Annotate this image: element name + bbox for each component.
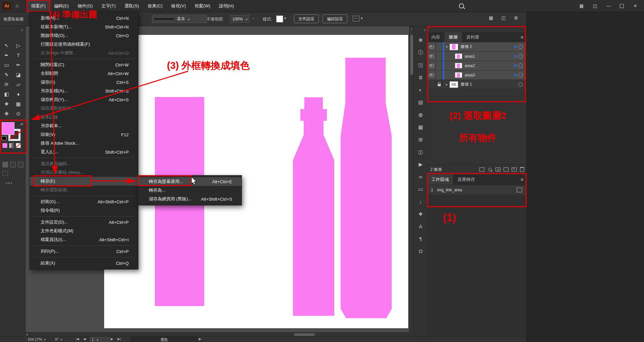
- menubar-item[interactable]: 效果(C): [143, 0, 167, 12]
- file-menu-item[interactable]: [30, 244, 138, 247]
- file-menu-item[interactable]: [30, 256, 138, 259]
- vertical-scrollbar[interactable]: [409, 26, 414, 332]
- opacity-icon[interactable]: ◐: [414, 84, 427, 96]
- zoom-tool[interactable]: ⊙: [12, 109, 24, 118]
- panel-tab[interactable]: 資產轉存: [453, 175, 479, 185]
- rotate-tool[interactable]: ⟳: [1, 80, 12, 89]
- visibility-toggle[interactable]: [427, 52, 436, 61]
- eraser-tool[interactable]: ◪: [12, 70, 24, 80]
- file-menu-item[interactable]: 轉存(E): [30, 177, 138, 186]
- edit-toolbar-icon[interactable]: [6, 181, 13, 185]
- delete-layer-icon[interactable]: [518, 167, 526, 172]
- pen-tool[interactable]: ✒: [1, 50, 12, 60]
- lock-toggle[interactable]: [436, 42, 442, 51]
- menubar-item[interactable]: 視窗(W): [190, 0, 215, 12]
- hand-tool[interactable]: ✥: [1, 109, 12, 118]
- artboard-name[interactable]: img_link_area: [437, 188, 462, 192]
- draw-inside-icon[interactable]: [18, 162, 24, 167]
- symbols-icon[interactable]: ❖: [414, 208, 427, 220]
- status-menu-icon[interactable]: [199, 337, 201, 341]
- menubar-item[interactable]: 文字(T): [97, 0, 120, 12]
- file-menu-item[interactable]: 封裝(G)... Alt+Shift+Ctrl+P: [30, 197, 138, 206]
- search-icon[interactable]: [459, 3, 464, 8]
- mesh-tool[interactable]: ▦: [12, 99, 24, 109]
- paragraph-icon[interactable]: ¶: [414, 233, 427, 245]
- new-layer-icon[interactable]: [510, 167, 518, 172]
- file-menu-item[interactable]: 邀請參與編輯...: [30, 159, 138, 168]
- file-menu-item[interactable]: 置入(L)... Shift+Ctrl+P: [30, 148, 138, 156]
- layer-target-icon[interactable]: [518, 63, 523, 68]
- artboards-panel-menu-icon[interactable]: [521, 177, 523, 182]
- chevron-down-icon[interactable]: ▾: [284, 16, 286, 20]
- file-menu-item[interactable]: 搜尋 Adobe Stock...: [30, 139, 138, 148]
- lock-toggle[interactable]: [436, 52, 442, 61]
- pathfinder-icon[interactable]: ◫: [414, 146, 427, 158]
- file-menu-item[interactable]: 文件色彩模式(M): [30, 227, 138, 235]
- first-artboard-button[interactable]: [76, 337, 79, 341]
- make-clipping-mask-icon[interactable]: [494, 167, 502, 172]
- more-options-chevron[interactable]: ›: [253, 16, 254, 20]
- layer-row[interactable]: ▾ 圖層 2: [427, 42, 526, 52]
- arrange-documents-icon[interactable]: [589, 0, 601, 12]
- visibility-toggle[interactable]: [427, 70, 436, 80]
- file-menu-item[interactable]: 從範本新增(T)... Shift+Ctrl+N: [30, 22, 138, 31]
- chevron-down-icon[interactable]: ▾: [361, 16, 363, 20]
- panel-tab[interactable]: 內容: [427, 32, 444, 42]
- maximize-button[interactable]: [615, 0, 628, 12]
- document-setup-button[interactable]: 文件設定: [294, 14, 319, 23]
- pencil-tool[interactable]: ✏: [12, 60, 24, 70]
- artboard-number-select[interactable]: 1: [90, 337, 110, 342]
- opentype-icon[interactable]: O: [414, 245, 427, 257]
- grid-icon[interactable]: ▦: [414, 121, 427, 133]
- actions-icon[interactable]: ▶: [414, 158, 427, 170]
- lock-toggle[interactable]: [436, 80, 442, 89]
- previous-artboard-button[interactable]: [83, 337, 86, 341]
- lock-toggle[interactable]: [436, 61, 442, 70]
- layer-name[interactable]: area2: [465, 63, 514, 68]
- fill-swatch[interactable]: [2, 122, 14, 135]
- file-menu-item[interactable]: 檔案資訊(I)... Alt+Shift+Ctrl+I: [30, 235, 138, 244]
- layer-name[interactable]: 圖層 1: [461, 82, 514, 87]
- vertical-scroll-thumb[interactable]: [410, 35, 413, 75]
- zoom-level-select[interactable]: 104.17%: [26, 337, 47, 341]
- file-menu-item[interactable]: [30, 215, 138, 218]
- layer-name[interactable]: area1: [465, 54, 514, 59]
- transform-icon[interactable]: ◳: [414, 59, 427, 71]
- pink-bottle-shape-large[interactable]: [341, 58, 392, 318]
- collect-for-export-icon[interactable]: [478, 167, 486, 172]
- color-guide-icon[interactable]: ◍: [414, 108, 427, 121]
- align-icon[interactable]: ⊞: [414, 133, 427, 146]
- stroke-style-select[interactable]: 基本: [152, 15, 207, 23]
- file-menu-item[interactable]: 全部關閉 Alt+Ctrl+W: [30, 69, 138, 78]
- swap-fill-stroke-icon[interactable]: [20, 122, 23, 126]
- expand-toggle[interactable]: ▾: [444, 45, 449, 49]
- expand-panels-icon[interactable]: [424, 28, 426, 32]
- file-menu-item[interactable]: 轉存選取範圍...: [30, 186, 138, 194]
- layer-target-icon[interactable]: [518, 82, 523, 87]
- properties-icon[interactable]: ✻: [414, 34, 427, 46]
- eyedropper-tool[interactable]: ♦: [12, 89, 24, 99]
- file-menu-item[interactable]: [30, 194, 138, 197]
- type-tool[interactable]: T: [12, 50, 24, 60]
- file-menu-item[interactable]: 另存新檔(A)... Shift+Ctrl+S: [30, 87, 138, 95]
- horizontal-scroll-thumb[interactable]: [294, 333, 315, 336]
- collapse-toolbar-icon[interactable]: [21, 28, 23, 32]
- file-menu-item[interactable]: 共用以供審核 (Beta)...: [30, 168, 138, 177]
- none-button[interactable]: [16, 143, 21, 148]
- dock-view-icon[interactable]: ◫: [501, 15, 506, 20]
- file-menu-item[interactable]: 在 Bridge 中瀏覽... Alt+Ctrl+O: [30, 49, 138, 57]
- gradient-button[interactable]: [9, 143, 14, 148]
- file-menu-item[interactable]: 另存範本...: [30, 121, 138, 130]
- file-menu-item[interactable]: 指令檔(R): [30, 206, 138, 215]
- panel-tab[interactable]: 工作區域: [427, 175, 453, 185]
- file-menu-item[interactable]: 結束(X) Ctrl+Q: [30, 259, 138, 267]
- visibility-toggle[interactable]: [427, 42, 436, 51]
- layer-row[interactable]: area3: [427, 70, 526, 80]
- panel-tab[interactable]: 圖層: [444, 32, 462, 42]
- layer-row[interactable]: area1: [427, 52, 526, 61]
- export-submenu-item[interactable]: 儲存為網頁用 (舊版)... Alt+Shift+Ctrl+S: [138, 195, 242, 203]
- minimize-button[interactable]: [602, 0, 615, 12]
- file-menu-item[interactable]: 打開最近使用過的檔案(F): [30, 40, 138, 49]
- file-menu-item[interactable]: 儲存選取的切片...: [30, 104, 138, 113]
- info-icon[interactable]: ⓘ: [414, 46, 427, 59]
